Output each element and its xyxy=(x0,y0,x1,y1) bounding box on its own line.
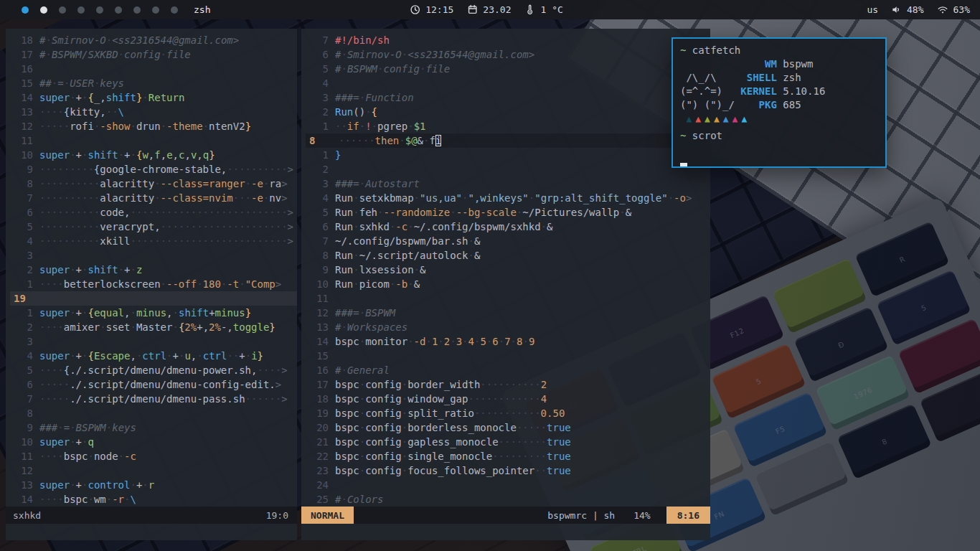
keyboard-layout-indicator[interactable]: us xyxy=(867,4,878,15)
line-number: 13 xyxy=(10,105,39,119)
workspace-dot-1[interactable] xyxy=(22,6,29,14)
terminal-line: 12·····rofi·-show·drun·-theme·ntenV2} xyxy=(10,119,297,133)
line-number: 18 xyxy=(306,392,335,406)
workspace-dot-2[interactable] xyxy=(40,6,47,14)
top-status-bar: zsh 12:15 23.02 xyxy=(0,0,980,19)
line-number: 4 xyxy=(306,191,335,205)
line-number: 7 xyxy=(306,33,335,47)
terminal-line: 21bspc·config·gapless_monocle········tru… xyxy=(306,435,710,449)
line-number: 1 xyxy=(10,306,39,320)
terminal-line: 9Run·lxsession·& xyxy=(306,263,710,277)
terminal-line: 13#·Workspaces xyxy=(306,320,710,334)
line-number: 6 xyxy=(306,47,335,62)
right-editor-text-area[interactable]: 7#!/bin/sh6#·Smirnov-O·<ss2316544@gmail.… xyxy=(301,29,710,507)
right-editor-statusline: NORMAL bspwmrc | sh 14% 8:16 xyxy=(301,507,710,524)
terminal-line: 23bspc·config·focus_follows_pointer··tru… xyxy=(306,463,710,478)
focused-window-title: zsh xyxy=(194,4,210,15)
terminal-line: 13····{kitty,··\ xyxy=(10,105,297,119)
line-number: 17 xyxy=(306,377,335,392)
line-number: 1 xyxy=(306,119,335,133)
terminal-line: 6·····./.script/dmenu/dmenu-config-edit.… xyxy=(10,377,297,392)
workspace-dot-3[interactable] xyxy=(59,6,66,14)
workspace-dot-6[interactable] xyxy=(115,6,122,14)
terminal-line: 8 xyxy=(10,406,297,420)
workspace-dot-8[interactable] xyxy=(152,6,159,14)
floating-terminal-text-area[interactable]: ~ catfetch WM bspwm /\_/\ SHELL zsh(=^.^… xyxy=(680,44,878,170)
left-statusline-cursor-position: 19:0 xyxy=(266,510,297,521)
distro-color-triangle-icon: ▲ xyxy=(723,113,729,124)
terminal-line: 25#·Colors xyxy=(306,492,710,507)
terminal-line: WM bspwm xyxy=(680,57,878,71)
floating-terminal-window[interactable]: ~ catfetch WM bspwm /\_/\ SHELL zsh(=^.^… xyxy=(672,37,887,168)
line-number: 5 xyxy=(10,363,39,377)
terminal-line: 15 xyxy=(306,349,710,363)
line-number: 8 xyxy=(10,176,39,191)
date-widget: 23.02 xyxy=(467,4,511,15)
distro-color-triangle-icon: ▲ xyxy=(686,113,692,124)
terminal-line: 7··········alacritty·--class=nvim···-e·n… xyxy=(10,191,297,205)
workspace-dot-9[interactable] xyxy=(171,6,178,14)
terminal-line: (") (")_/ PKG 685 xyxy=(680,98,878,112)
terminal-line: 16#·General xyxy=(306,363,710,377)
terminal-line: 6Run·sxhkd·-c·~/.config/bspwm/sxhkd·& xyxy=(306,220,710,234)
line-number: 1 xyxy=(10,277,39,291)
line-number: 11 xyxy=(10,449,39,463)
line-number: 10 xyxy=(306,277,335,291)
clock-icon xyxy=(410,4,420,15)
terminal-line: 10super·+·shift·+·{w,f,e,c,v,q} xyxy=(10,148,297,162)
terminal-line: 22bspc·config·single_monocle·········tru… xyxy=(306,449,710,463)
workspace-dot-4[interactable] xyxy=(77,6,85,14)
editor-current-line: 8······then·$@&·fi xyxy=(306,133,710,148)
line-number: 10 xyxy=(10,148,39,162)
terminal-line: 2super·+·shift·+·z xyxy=(10,263,297,277)
line-number: 9 xyxy=(306,263,335,277)
terminal-line: 4Run·setxkbmap·"us,ua"·",winkeys"·"grp:a… xyxy=(306,191,710,205)
workspace-dot-7[interactable] xyxy=(133,6,141,14)
line-number: 20 xyxy=(306,420,335,435)
left-editor-text-area[interactable]: 18#·Smirnov-O·<ss2316544@gmail.com>17#·B… xyxy=(6,29,297,507)
line-number: 8 xyxy=(306,248,335,263)
line-number: 19 xyxy=(306,406,335,420)
right-statusline-scroll-percent: 14% xyxy=(633,510,650,521)
statusline-file-text: bspwmrc xyxy=(547,510,587,521)
line-number: 6 xyxy=(10,205,39,220)
wifi-widget[interactable]: 63% xyxy=(937,4,970,15)
terminal-line: 5#·BSPWM·config·file xyxy=(306,62,710,76)
left-statusline-filename: sxhkd xyxy=(6,510,41,521)
terminal-line: 14super·+·{_,shift}·Return xyxy=(10,90,297,105)
terminal-line: 2····amixer·sset·Master·{2%+,2%-,toggle} xyxy=(10,320,297,334)
terminal-line: 9·········{google-chrome-stable,········… xyxy=(10,162,297,176)
line-number: 3 xyxy=(10,248,39,263)
volume-widget[interactable]: 48% xyxy=(891,4,923,15)
wifi-icon xyxy=(937,4,948,15)
terminal-line: (=^.^=) KERNEL 5.10.16 xyxy=(680,85,878,98)
line-number: 9 xyxy=(10,420,39,435)
terminal-line: 17#·BSPWM/SXKBD·config·file xyxy=(10,47,297,62)
terminal-line: 15##·=·USER·keys xyxy=(10,76,297,90)
right-editor-window[interactable]: 7#!/bin/sh6#·Smirnov-O·<ss2316544@gmail.… xyxy=(301,29,710,540)
terminal-line: 18bspc·config·window_gap············4 xyxy=(306,392,710,406)
line-number: 11 xyxy=(306,291,335,306)
distro-color-triangle-icon: ▲ xyxy=(741,113,747,124)
line-number: 21 xyxy=(306,435,335,449)
line-number: 3 xyxy=(10,334,39,349)
topbar-center-widgets: 12:15 23.02 1 °C xyxy=(410,0,570,19)
line-number: 6 xyxy=(10,377,39,392)
line-number: 4 xyxy=(10,234,39,248)
line-number: 11 xyxy=(10,133,39,148)
left-editor-window[interactable]: 18#·Smirnov-O·<ss2316544@gmail.com>17#·B… xyxy=(6,29,297,540)
right-statusline-filename: bspwmrc | sh xyxy=(547,510,615,521)
line-number: 14 xyxy=(10,90,39,105)
workspace-dot-5[interactable] xyxy=(96,6,103,14)
statusline-separator: | xyxy=(593,510,598,521)
line-number: 13 xyxy=(306,320,335,334)
terminal-line: 24 xyxy=(306,478,710,492)
terminal-line: 18#·Smirnov-O·<ss2316544@gmail.com> xyxy=(10,33,297,47)
line-number: 5 xyxy=(306,62,335,76)
line-number: 2 xyxy=(306,105,335,119)
terminal-line: 1····betterlockscreen·--off·180·-t·"Comp… xyxy=(10,277,297,291)
terminal-line: 5Run·feh·--randomize·--bg-scale·~/Pictur… xyxy=(306,205,710,220)
terminal-line: ~ catfetch xyxy=(680,44,878,57)
terminal-line: 3###=·Autostart xyxy=(306,176,710,191)
current-line-number: 8 xyxy=(306,133,339,148)
